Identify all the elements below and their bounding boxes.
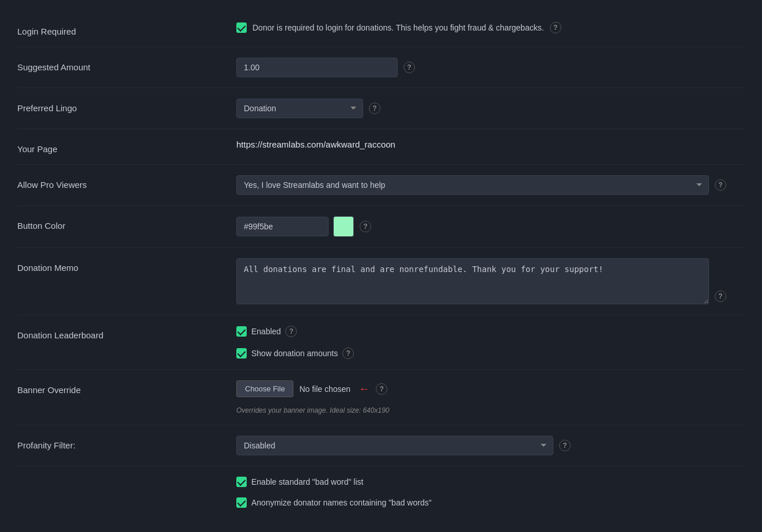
login-required-help-icon[interactable]: ? (550, 22, 561, 33)
login-required-row: Login Required Donor is required to logi… (17, 12, 745, 47)
leaderboard-enabled-checkbox[interactable] (236, 326, 247, 337)
login-required-label: Login Required (17, 22, 236, 36)
donation-memo-help-icon[interactable]: ? (715, 290, 726, 302)
show-amounts-checkbox[interactable] (236, 348, 247, 359)
preferred-lingo-row: Preferred Lingo Donation Tip Contributio… (17, 88, 745, 129)
anonymize-donators-row: Anonymize donator names containing "bad … (236, 497, 432, 508)
donation-memo-textarea[interactable]: All donations are final and are nonrefun… (236, 258, 709, 304)
donation-memo-row: Donation Memo All donations are final an… (17, 248, 745, 315)
allow-pro-viewers-row: Allow Pro Viewers Yes, I love Streamlabs… (17, 165, 745, 206)
preferred-lingo-control: Donation Tip Contribution ? (236, 99, 745, 118)
enabled-checkbox-row: Enabled ? (236, 326, 354, 337)
profanity-filter-row: Profanity Filter: Disabled Enabled ? (17, 425, 745, 466)
profanity-filter-label: Profanity Filter: (17, 436, 236, 450)
leaderboard-enabled-help-icon[interactable]: ? (285, 326, 297, 337)
preferred-lingo-select[interactable]: Donation Tip Contribution (236, 99, 363, 118)
choose-file-button[interactable]: Choose File (236, 380, 293, 397)
show-amounts-label: Show donation amounts (251, 349, 338, 358)
preferred-lingo-help-icon[interactable]: ? (369, 103, 380, 114)
donation-leaderboard-label: Donation Leaderboard (17, 326, 236, 340)
enable-bad-word-row: Enable standard "bad word" list (236, 477, 432, 487)
bad-word-control: Enable standard "bad word" list Anonymiz… (236, 477, 745, 508)
red-arrow-icon: ← (359, 382, 370, 395)
banner-override-help-icon[interactable]: ? (376, 383, 387, 395)
allow-pro-viewers-select[interactable]: Yes, I love Streamlabs and want to help … (236, 175, 709, 195)
no-file-text: No file chosen (299, 384, 350, 394)
your-page-url: https://streamlabs.com/awkward_raccoon (236, 139, 395, 149)
button-color-label: Button Color (17, 216, 236, 231)
suggested-amount-control: ? (236, 58, 745, 77)
donation-leaderboard-control: Enabled ? Show donation amounts ? (236, 326, 745, 359)
button-color-row: Button Color ? (17, 206, 745, 248)
file-input-wrapper: Choose File No file chosen ← ? (236, 380, 387, 397)
donation-memo-label: Donation Memo (17, 258, 236, 273)
anonymize-donators-label: Anonymize donator names containing "bad … (251, 498, 432, 507)
login-required-checkbox[interactable] (236, 22, 247, 33)
donation-memo-control: All donations are final and are nonrefun… (236, 258, 745, 304)
allow-pro-viewers-help-icon[interactable]: ? (715, 179, 726, 191)
show-amounts-help-icon[interactable]: ? (342, 348, 354, 359)
profanity-filter-help-icon[interactable]: ? (559, 440, 571, 451)
suggested-amount-row: Suggested Amount ? (17, 47, 745, 88)
profanity-filter-control: Disabled Enabled ? (236, 436, 745, 455)
suggested-amount-help-icon[interactable]: ? (403, 62, 415, 73)
button-color-help-icon[interactable]: ? (360, 221, 371, 232)
your-page-control: https://streamlabs.com/awkward_raccoon (236, 139, 745, 149)
allow-pro-viewers-control: Yes, I love Streamlabs and want to help … (236, 175, 745, 195)
your-page-row: Your Page https://streamlabs.com/awkward… (17, 129, 745, 165)
suggested-amount-input[interactable] (236, 58, 398, 77)
allow-pro-viewers-label: Allow Pro Viewers (17, 175, 236, 190)
anonymize-donators-checkbox[interactable] (236, 497, 247, 508)
suggested-amount-label: Suggested Amount (17, 58, 236, 72)
leaderboard-enabled-label: Enabled (251, 327, 281, 336)
login-required-control: Donor is required to login for donations… (236, 22, 745, 33)
show-amounts-checkbox-row: Show donation amounts ? (236, 348, 354, 359)
donation-leaderboard-row: Donation Leaderboard Enabled ? Show dona… (17, 315, 745, 370)
enable-bad-word-label: Enable standard "bad word" list (251, 477, 363, 486)
login-required-description: Donor is required to login for donations… (252, 23, 544, 32)
bad-word-label-empty (17, 477, 236, 481)
button-color-swatch[interactable] (333, 216, 354, 237)
button-color-text-input[interactable] (236, 217, 329, 236)
banner-override-label: Banner Override (17, 380, 236, 395)
profanity-checkboxes: Enable standard "bad word" list Anonymiz… (236, 477, 432, 508)
banner-hint: Overrides your banner image. Ideal size:… (236, 406, 745, 414)
banner-override-row: Banner Override Choose File No file chos… (17, 370, 745, 425)
banner-override-control: Choose File No file chosen ← ? Overrides… (236, 380, 745, 414)
settings-form: Login Required Donor is required to logi… (17, 12, 745, 512)
color-input-wrapper (236, 216, 354, 237)
profanity-filter-select[interactable]: Disabled Enabled (236, 436, 553, 455)
button-color-control: ? (236, 216, 745, 237)
your-page-label: Your Page (17, 139, 236, 154)
enable-bad-word-checkbox[interactable] (236, 477, 247, 487)
leaderboard-controls: Enabled ? Show donation amounts ? (236, 326, 354, 359)
bad-word-row: Enable standard "bad word" list Anonymiz… (17, 466, 745, 512)
preferred-lingo-label: Preferred Lingo (17, 99, 236, 113)
